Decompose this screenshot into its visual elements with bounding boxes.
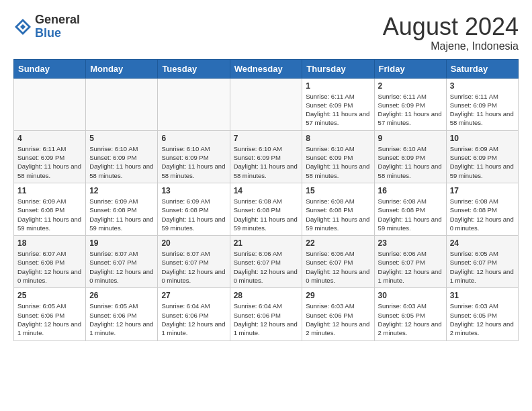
calendar-cell (230, 78, 302, 130)
day-info: Sunrise: 6:07 AM Sunset: 6:07 PM Dayligh… (161, 249, 226, 285)
day-number: 13 (161, 186, 226, 195)
calendar-cell: 26Sunrise: 6:05 AM Sunset: 6:06 PM Dayli… (86, 288, 158, 340)
day-number: 11 (17, 186, 82, 195)
title-block: August 2024 Majene, Indonesia (383, 13, 519, 52)
day-number: 3 (450, 81, 515, 91)
day-number: 31 (450, 291, 515, 300)
day-number: 10 (450, 134, 515, 143)
calendar-cell: 13Sunrise: 6:09 AM Sunset: 6:08 PM Dayli… (158, 183, 230, 235)
day-number: 26 (89, 291, 154, 300)
day-info: Sunrise: 6:08 AM Sunset: 6:08 PM Dayligh… (450, 197, 515, 232)
day-number: 4 (17, 134, 82, 143)
calendar-cell: 28Sunrise: 6:04 AM Sunset: 6:06 PM Dayli… (230, 288, 302, 340)
calendar-cell: 30Sunrise: 6:03 AM Sunset: 6:05 PM Dayli… (374, 288, 446, 340)
day-number: 9 (378, 134, 443, 143)
day-number: 19 (89, 238, 154, 248)
day-number: 6 (161, 134, 226, 143)
day-number: 30 (378, 291, 443, 300)
day-number: 16 (378, 186, 443, 195)
calendar-cell: 18Sunrise: 6:07 AM Sunset: 6:08 PM Dayli… (14, 236, 86, 288)
day-info: Sunrise: 6:06 AM Sunset: 6:07 PM Dayligh… (234, 249, 299, 285)
calendar-day-header: Monday (86, 59, 158, 78)
calendar-cell: 22Sunrise: 6:06 AM Sunset: 6:07 PM Dayli… (302, 236, 374, 288)
calendar-cell: 10Sunrise: 6:09 AM Sunset: 6:09 PM Dayli… (446, 130, 518, 183)
day-number: 23 (378, 238, 443, 248)
calendar-cell: 25Sunrise: 6:05 AM Sunset: 6:06 PM Dayli… (14, 288, 86, 340)
calendar-cell: 17Sunrise: 6:08 AM Sunset: 6:08 PM Dayli… (446, 183, 518, 235)
calendar-cell: 11Sunrise: 6:09 AM Sunset: 6:08 PM Dayli… (14, 183, 86, 235)
calendar-week-row: 18Sunrise: 6:07 AM Sunset: 6:08 PM Dayli… (14, 236, 519, 288)
calendar-day-header: Wednesday (230, 59, 302, 78)
logo-text: General Blue (35, 13, 80, 40)
day-info: Sunrise: 6:11 AM Sunset: 6:09 PM Dayligh… (17, 144, 82, 180)
calendar-header-row: SundayMondayTuesdayWednesdayThursdayFrid… (14, 59, 519, 78)
day-info: Sunrise: 6:11 AM Sunset: 6:09 PM Dayligh… (306, 92, 370, 128)
calendar-cell: 5Sunrise: 6:10 AM Sunset: 6:09 PM Daylig… (86, 130, 158, 183)
calendar-cell: 14Sunrise: 6:08 AM Sunset: 6:08 PM Dayli… (230, 183, 302, 235)
day-number: 20 (161, 238, 226, 248)
calendar-cell: 24Sunrise: 6:05 AM Sunset: 6:07 PM Dayli… (446, 236, 518, 288)
day-info: Sunrise: 6:08 AM Sunset: 6:08 PM Dayligh… (378, 197, 443, 232)
calendar-cell: 21Sunrise: 6:06 AM Sunset: 6:07 PM Dayli… (230, 236, 302, 288)
calendar-cell: 4Sunrise: 6:11 AM Sunset: 6:09 PM Daylig… (14, 130, 86, 183)
calendar-day-header: Tuesday (158, 59, 230, 78)
day-number: 28 (234, 291, 299, 300)
day-info: Sunrise: 6:10 AM Sunset: 6:09 PM Dayligh… (306, 144, 370, 180)
day-info: Sunrise: 6:11 AM Sunset: 6:09 PM Dayligh… (450, 92, 515, 128)
calendar-cell: 19Sunrise: 6:07 AM Sunset: 6:07 PM Dayli… (86, 236, 158, 288)
calendar-cell: 1Sunrise: 6:11 AM Sunset: 6:09 PM Daylig… (302, 78, 374, 130)
calendar-week-row: 4Sunrise: 6:11 AM Sunset: 6:09 PM Daylig… (14, 130, 519, 183)
day-info: Sunrise: 6:09 AM Sunset: 6:08 PM Dayligh… (17, 197, 82, 232)
calendar-cell: 27Sunrise: 6:04 AM Sunset: 6:06 PM Dayli… (158, 288, 230, 340)
page-header: General Blue August 2024 Majene, Indones… (13, 13, 519, 52)
day-number: 14 (234, 186, 299, 195)
calendar-cell: 2Sunrise: 6:11 AM Sunset: 6:09 PM Daylig… (374, 78, 446, 130)
day-info: Sunrise: 6:09 AM Sunset: 6:08 PM Dayligh… (161, 197, 226, 232)
day-number: 15 (306, 186, 370, 195)
logo-blue-text: Blue (35, 27, 80, 40)
day-info: Sunrise: 6:11 AM Sunset: 6:09 PM Dayligh… (378, 92, 443, 128)
calendar-cell (86, 78, 158, 130)
day-info: Sunrise: 6:09 AM Sunset: 6:08 PM Dayligh… (89, 197, 154, 232)
day-info: Sunrise: 6:10 AM Sunset: 6:09 PM Dayligh… (89, 144, 154, 180)
location: Majene, Indonesia (383, 40, 519, 52)
calendar-cell: 31Sunrise: 6:03 AM Sunset: 6:05 PM Dayli… (446, 288, 518, 340)
calendar-week-row: 1Sunrise: 6:11 AM Sunset: 6:09 PM Daylig… (14, 78, 519, 130)
calendar-cell: 23Sunrise: 6:06 AM Sunset: 6:07 PM Dayli… (374, 236, 446, 288)
calendar-cell: 3Sunrise: 6:11 AM Sunset: 6:09 PM Daylig… (446, 78, 518, 130)
day-info: Sunrise: 6:05 AM Sunset: 6:06 PM Dayligh… (89, 302, 154, 337)
day-info: Sunrise: 6:03 AM Sunset: 6:05 PM Dayligh… (378, 302, 443, 337)
day-info: Sunrise: 6:06 AM Sunset: 6:07 PM Dayligh… (306, 249, 370, 285)
calendar-cell: 7Sunrise: 6:10 AM Sunset: 6:09 PM Daylig… (230, 130, 302, 183)
day-number: 7 (234, 134, 299, 143)
calendar-day-header: Friday (374, 59, 446, 78)
day-number: 25 (17, 291, 82, 300)
day-info: Sunrise: 6:08 AM Sunset: 6:08 PM Dayligh… (306, 197, 370, 232)
day-info: Sunrise: 6:10 AM Sunset: 6:09 PM Dayligh… (234, 144, 299, 180)
day-number: 18 (17, 238, 82, 248)
day-info: Sunrise: 6:07 AM Sunset: 6:07 PM Dayligh… (89, 249, 154, 285)
calendar-cell: 20Sunrise: 6:07 AM Sunset: 6:07 PM Dayli… (158, 236, 230, 288)
day-info: Sunrise: 6:10 AM Sunset: 6:09 PM Dayligh… (378, 144, 443, 180)
calendar-cell: 8Sunrise: 6:10 AM Sunset: 6:09 PM Daylig… (302, 130, 374, 183)
logo-icon (13, 17, 32, 36)
day-info: Sunrise: 6:09 AM Sunset: 6:09 PM Dayligh… (450, 144, 515, 180)
day-number: 1 (306, 81, 370, 91)
calendar-cell: 16Sunrise: 6:08 AM Sunset: 6:08 PM Dayli… (374, 183, 446, 235)
day-info: Sunrise: 6:07 AM Sunset: 6:08 PM Dayligh… (17, 249, 82, 285)
day-number: 17 (450, 186, 515, 195)
day-number: 29 (306, 291, 370, 300)
day-number: 22 (306, 238, 370, 248)
calendar-week-row: 11Sunrise: 6:09 AM Sunset: 6:08 PM Dayli… (14, 183, 519, 235)
month-title: August 2024 (383, 13, 519, 40)
day-info: Sunrise: 6:05 AM Sunset: 6:07 PM Dayligh… (450, 249, 515, 285)
calendar-cell: 6Sunrise: 6:10 AM Sunset: 6:09 PM Daylig… (158, 130, 230, 183)
day-number: 27 (161, 291, 226, 300)
calendar-cell (158, 78, 230, 130)
day-number: 2 (378, 81, 443, 91)
calendar-table: SundayMondayTuesdayWednesdayThursdayFrid… (13, 59, 519, 341)
calendar-day-header: Saturday (446, 59, 518, 78)
calendar-week-row: 25Sunrise: 6:05 AM Sunset: 6:06 PM Dayli… (14, 288, 519, 340)
day-info: Sunrise: 6:08 AM Sunset: 6:08 PM Dayligh… (234, 197, 299, 232)
day-info: Sunrise: 6:05 AM Sunset: 6:06 PM Dayligh… (17, 302, 82, 337)
